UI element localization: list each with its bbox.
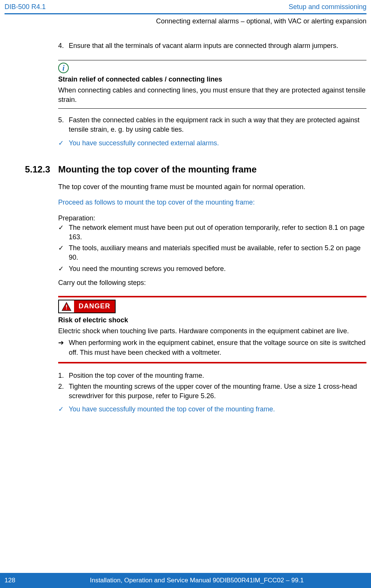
check-icon: ✓ bbox=[58, 139, 69, 148]
info-icon: i bbox=[58, 63, 69, 73]
note-rule-top bbox=[58, 60, 366, 60]
danger-action-text: When performing work in the equipment ca… bbox=[69, 338, 366, 357]
check-icon: ✓ bbox=[58, 223, 69, 242]
page-footer: 128 Installation, Operation and Service … bbox=[0, 573, 371, 588]
note-title: Strain relief of connected cables / conn… bbox=[58, 75, 366, 84]
step-number: 5. bbox=[58, 115, 69, 134]
note-body: When connecting cables and connecting li… bbox=[58, 86, 366, 105]
danger-action: ➔ When performing work in the equipment … bbox=[58, 338, 366, 357]
page-number: 128 bbox=[5, 576, 27, 585]
content-area: 4. Ensure that all the terminals of vaca… bbox=[0, 26, 371, 414]
prep-text: The tools, auxiliary means and materials… bbox=[69, 243, 366, 262]
step-text: Ensure that all the terminals of vacant … bbox=[69, 41, 366, 51]
page-header: DIB-500 R4.1 Setup and commissioning bbox=[0, 0, 371, 13]
step-number: 2. bbox=[58, 382, 69, 401]
step-text: Position the top cover of the mounting f… bbox=[69, 371, 366, 380]
danger-body: Electric shock when touching live parts.… bbox=[58, 326, 366, 336]
check-icon: ✓ bbox=[58, 243, 69, 262]
check-icon: ✓ bbox=[58, 405, 69, 414]
warning-triangle-icon bbox=[59, 300, 74, 312]
prep-text: The network element must have been put o… bbox=[69, 223, 366, 242]
prep-item: ✓ The network element must have been put… bbox=[58, 223, 366, 242]
doc-id: DIB-500 R4.1 bbox=[5, 2, 46, 12]
step-2: 2. Tighten the mounting screws of the up… bbox=[58, 382, 366, 401]
note-rule-bottom bbox=[58, 108, 366, 109]
check-icon: ✓ bbox=[58, 264, 69, 274]
prep-item: ✓ The tools, auxiliary means and materia… bbox=[58, 243, 366, 262]
step-number: 4. bbox=[58, 41, 69, 51]
svg-rect-2 bbox=[66, 308, 67, 309]
step-text: Tighten the mounting screws of the upper… bbox=[69, 382, 366, 401]
danger-rule-top bbox=[58, 296, 366, 297]
danger-badge: DANGER bbox=[58, 300, 116, 313]
danger-title: Risk of electric shock bbox=[58, 316, 366, 325]
section-title: Mounting the top cover of the mounting f… bbox=[58, 163, 257, 176]
success-text: You have successfully mounted the top co… bbox=[69, 405, 275, 414]
arrow-icon: ➔ bbox=[58, 338, 69, 357]
step-4: 4. Ensure that all the terminals of vaca… bbox=[58, 41, 366, 51]
success-text: You have successfully connected external… bbox=[69, 139, 219, 148]
step-1: 1. Position the top cover of the mountin… bbox=[58, 371, 366, 380]
intro-text: The top cover of the mounting frame must… bbox=[58, 182, 366, 192]
success-message: ✓ You have successfully connected extern… bbox=[58, 139, 366, 148]
danger-rule-bottom bbox=[58, 362, 366, 363]
section-number: 5.12.3 bbox=[5, 163, 58, 176]
carry-out-text: Carry out the following steps: bbox=[58, 278, 366, 288]
footer-title: Installation, Operation and Service Manu… bbox=[27, 576, 366, 585]
svg-rect-1 bbox=[66, 305, 67, 308]
step-number: 1. bbox=[58, 371, 69, 380]
footer-bar: 128 Installation, Operation and Service … bbox=[0, 573, 371, 588]
danger-label: DANGER bbox=[74, 300, 115, 312]
step-5: 5. Fasten the connected cables in the eq… bbox=[58, 115, 366, 134]
preparation-label: Preparation: bbox=[58, 214, 366, 223]
success-message: ✓ You have successfully mounted the top … bbox=[58, 405, 366, 414]
subheader: Connecting external alarms – optional, w… bbox=[0, 14, 371, 26]
proceed-text: Proceed as follows to mount the top cove… bbox=[58, 198, 366, 207]
section-heading: 5.12.3 Mounting the top cover of the mou… bbox=[5, 163, 366, 176]
step-text: Fasten the connected cables in the equip… bbox=[69, 115, 366, 134]
prep-text: You need the mounting screws you removed… bbox=[69, 264, 366, 274]
prep-item: ✓ You need the mounting screws you remov… bbox=[58, 264, 366, 274]
chapter-title: Setup and commissioning bbox=[289, 2, 366, 12]
